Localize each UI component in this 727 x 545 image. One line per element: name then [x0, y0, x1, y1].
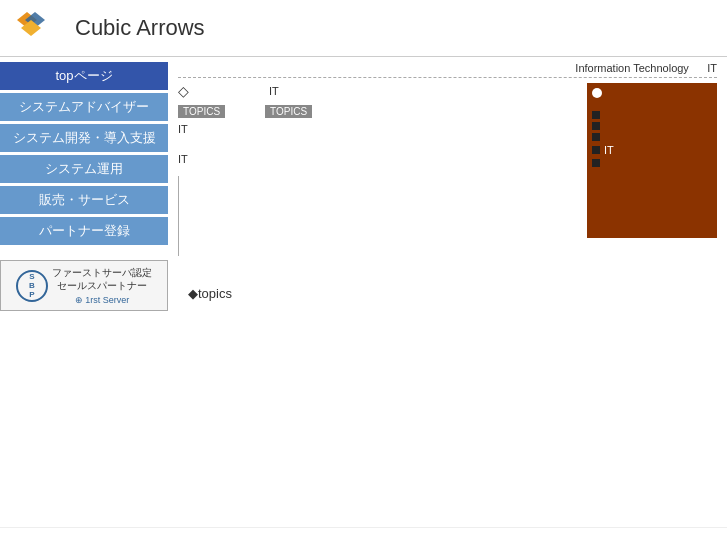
sidebar-item-partner[interactable]: パートナー登録: [0, 217, 168, 245]
col1: ◇: [178, 83, 189, 99]
diamond-icon: ◇: [178, 83, 189, 99]
rp-square-0: [592, 111, 600, 119]
partner-circle-icon: SBP: [16, 270, 48, 302]
col2: IT: [269, 83, 279, 99]
sidebar: topページ システムアドバイザー システム開発・導入支援 システム運用 販売・…: [0, 57, 168, 497]
sidebar-item-advisor[interactable]: システムアドバイザー: [0, 93, 168, 121]
topics-block1: TOPICS IT: [178, 102, 225, 137]
content-left: ◇ IT TOPICS IT TOPICS: [178, 83, 587, 256]
right-panel: IT: [587, 83, 717, 238]
rp-item-3: IT: [592, 144, 712, 156]
sidebar-item-sales[interactable]: 販売・サービス: [0, 186, 168, 214]
footer: Copyright(c) 2004 Cubic Arrows All right…: [0, 527, 727, 545]
rp-square-3: [592, 146, 600, 154]
partner-logo: SBP ファーストサーバ認定 セールスパートナー ⊕ 1rst Server: [0, 260, 168, 311]
topics-label: ◆topics: [188, 286, 232, 301]
sidebar-item-dev[interactable]: システム開発・導入支援: [0, 124, 168, 152]
rp-item-4: [592, 159, 712, 167]
info-bar: Information Technology IT: [178, 62, 717, 78]
rp-item-2: [592, 133, 712, 141]
sidebar-item-ops[interactable]: システム運用: [0, 155, 168, 183]
rp-square-2: [592, 133, 600, 141]
sidebar-item-top[interactable]: topページ: [0, 62, 168, 90]
topics-bar2: TOPICS: [265, 105, 312, 118]
logo-icon: [15, 10, 63, 46]
logo-text: Cubic Arrows: [75, 15, 205, 41]
topics-block2: TOPICS: [265, 102, 312, 121]
rp-item-1: [592, 122, 712, 130]
topics-section: ◆topics: [178, 286, 717, 301]
partner-text: ファーストサーバ認定: [52, 266, 152, 279]
partner-text2: セールスパートナー: [52, 279, 152, 293]
rp-square-4: [592, 159, 600, 167]
layout: topページ システムアドバイザー システム開発・導入支援 システム運用 販売・…: [0, 57, 727, 497]
header: Cubic Arrows: [0, 0, 727, 57]
it-col2: IT: [269, 85, 279, 97]
main-content: Information Technology IT ◇ IT: [168, 57, 727, 497]
right-panel-dot: [592, 88, 712, 108]
rp-square-1: [592, 122, 600, 130]
info-text: Information Technology: [575, 62, 689, 74]
topics-bar1: TOPICS: [178, 105, 225, 118]
rp-item-0: [592, 111, 712, 119]
it-row2: IT: [178, 152, 587, 166]
first-server-text: ⊕ 1rst Server: [52, 295, 152, 305]
it-label-row2: IT: [178, 153, 188, 165]
it-under-topics1: IT: [178, 123, 225, 135]
it-label: IT: [707, 62, 717, 74]
